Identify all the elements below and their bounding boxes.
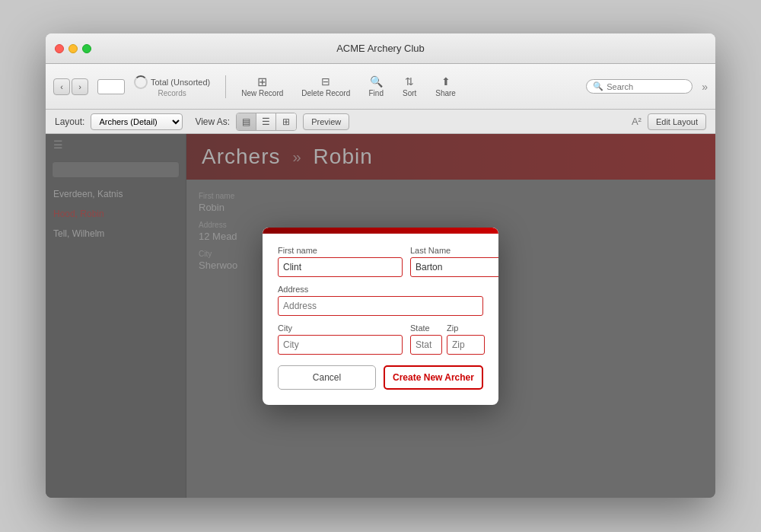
address-label: Address [278, 285, 483, 294]
view-buttons: ▤ ☰ ⊞ [236, 113, 297, 131]
minimize-button[interactable] [68, 44, 78, 53]
state-group: State [410, 323, 439, 355]
layoutbar: Layout: Archers (Detail) View As: ▤ ☰ ⊞ … [46, 110, 715, 134]
find-icon: 🔍 [368, 75, 384, 88]
last-name-label: Last Name [410, 246, 498, 255]
toolbar: ‹ › 3 Total (Unsorted) Records ⊞ New Rec… [46, 64, 715, 110]
main-window: ACME Archery Club ‹ › 3 Total (Unsorted)… [46, 33, 715, 498]
records-total: Total (Unsorted) [151, 78, 210, 87]
view-list-button[interactable]: ☰ [256, 113, 276, 130]
record-number-input[interactable]: 3 [97, 79, 125, 94]
state-label: State [410, 323, 439, 333]
nav-back-button[interactable]: ‹ [53, 78, 70, 95]
nav-group: ‹ › [53, 78, 88, 95]
city-input[interactable] [278, 335, 403, 355]
new-record-icon: ⊞ [255, 75, 270, 88]
records-count-row: Total (Unsorted) [134, 75, 210, 89]
first-name-input[interactable] [278, 257, 403, 277]
city-group: City [278, 323, 403, 355]
modal-header-bar [263, 228, 498, 234]
search-box[interactable]: 🔍 [586, 79, 693, 94]
state-input[interactable] [410, 335, 442, 355]
search-input[interactable] [607, 82, 686, 91]
window-title: ACME Archery Club [336, 43, 425, 54]
close-button[interactable] [55, 44, 64, 53]
new-record-label: New Record [241, 89, 283, 97]
main-area: ☰ Everdeen, Katnis Hood, Robin Tell, Wil… [46, 134, 715, 498]
modal-overlay: First name Last Name Address [46, 134, 715, 498]
toolbar-expand-icon[interactable]: » [702, 81, 708, 93]
text-format-icon: A² [632, 116, 642, 127]
first-name-group: First name [278, 246, 403, 277]
traffic-lights [55, 44, 91, 53]
zoom-button[interactable] [82, 44, 91, 53]
titlebar: ACME Archery Club [46, 33, 715, 64]
view-as-label: View As: [195, 116, 230, 127]
layout-label: Layout: [55, 116, 84, 127]
share-button[interactable]: ⬆ Share [429, 72, 462, 100]
records-label: Records [158, 89, 186, 97]
name-row: First name Last Name [278, 246, 483, 277]
last-name-group: Last Name [410, 246, 498, 277]
address-row: Address [278, 285, 483, 316]
toolbar-divider-1 [225, 75, 226, 98]
records-info: Total (Unsorted) Records [134, 75, 210, 97]
address-input[interactable] [278, 296, 483, 316]
nav-forward-button[interactable]: › [72, 78, 88, 95]
delete-record-button[interactable]: ⊟ Delete Record [295, 72, 356, 100]
zip-input[interactable] [447, 335, 485, 355]
search-icon: 🔍 [593, 81, 603, 91]
last-name-input[interactable] [410, 257, 498, 277]
new-record-button[interactable]: ⊞ New Record [235, 72, 289, 100]
loading-spinner [134, 75, 148, 89]
find-label: Find [368, 89, 383, 97]
city-label: City [278, 323, 403, 333]
sort-button[interactable]: ⇅ Sort [396, 72, 423, 100]
zip-label: Zip [447, 323, 485, 333]
delete-record-label: Delete Record [301, 89, 350, 97]
view-table-button[interactable]: ⊞ [276, 113, 296, 130]
edit-layout-button[interactable]: Edit Layout [648, 113, 706, 130]
zip-group: Zip [447, 323, 485, 355]
modal-actions: Cancel Create New Archer [278, 365, 483, 390]
share-icon: ⬆ [438, 75, 454, 88]
view-form-button[interactable]: ▤ [237, 113, 256, 130]
cancel-button[interactable]: Cancel [278, 365, 376, 390]
find-button[interactable]: 🔍 Find [362, 72, 390, 100]
first-name-label: First name [278, 246, 403, 255]
create-archer-button[interactable]: Create New Archer [384, 365, 483, 390]
sort-label: Sort [403, 89, 416, 97]
sort-icon: ⇅ [402, 75, 417, 88]
share-label: Share [435, 89, 456, 97]
city-state-zip-row: City State Zip [278, 323, 483, 355]
preview-button[interactable]: Preview [303, 113, 349, 130]
address-group: Address [278, 285, 483, 316]
delete-record-icon: ⊟ [318, 75, 333, 88]
create-archer-modal: First name Last Name Address [263, 228, 498, 405]
layout-select[interactable]: Archers (Detail) [91, 113, 183, 130]
